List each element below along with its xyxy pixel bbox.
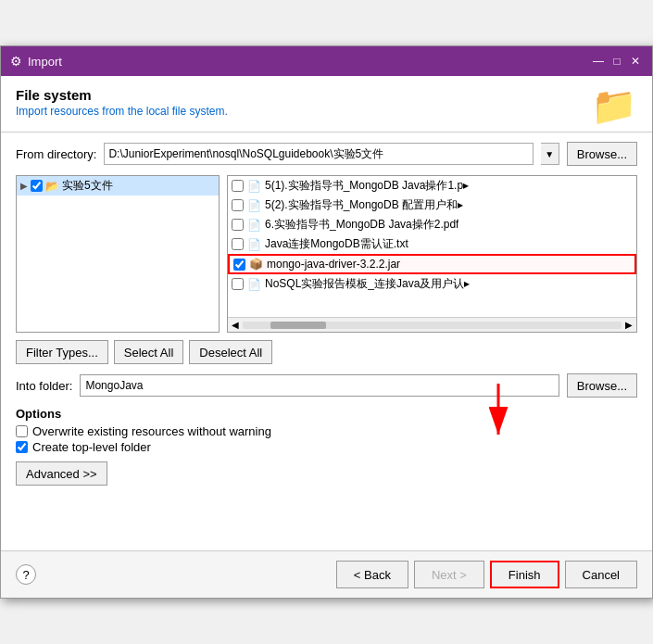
select-all-button[interactable]: Select All [114,340,183,364]
overwrite-checkbox[interactable] [16,425,28,437]
scroll-right-arrow[interactable]: ▶ [622,320,636,330]
advanced-label: Advanced >> [26,467,97,481]
file-icon-1: 📄 [247,199,261,212]
tree-item-root[interactable]: ▶ 📂 实验5文件 [17,176,219,196]
from-directory-display: D:\JuniorExperiment\nosql\NoSQLguidebook… [104,143,533,165]
file-label-0: 5(1).实验指导书_MongoDB Java操作1.p▸ [265,178,469,194]
close-button[interactable]: ✕ [628,54,643,69]
back-button[interactable]: < Back [336,561,408,588]
scroll-left-arrow[interactable]: ◀ [228,320,243,330]
file-panels: ▶ 📂 实验5文件 📄 5(1).实验指导书_MongoDB Java操作1.p… [16,175,637,333]
file-checkbox-5[interactable] [232,278,244,290]
file-label-4: mongo-java-driver-3.2.2.jar [267,258,400,271]
arrow-svg [424,374,609,448]
advanced-button[interactable]: Advanced >> [16,461,107,486]
filter-types-button[interactable]: Filter Types... [16,340,108,364]
dialog-title: Import [28,55,62,69]
folder-icon-large: 📁 [591,87,637,124]
file-item-1[interactable]: 📄 5(2).实验指导书_MongoDB 配置用户和▸ [228,196,636,215]
file-item-2[interactable]: 📄 6.实验指导书_MongoDB Java操作2.pdf [228,215,636,234]
maximize-button[interactable]: □ [609,54,624,69]
file-icon-2: 📄 [247,219,261,232]
deselect-all-button[interactable]: Deselect All [189,340,272,364]
file-icon-3: 📄 [247,238,261,251]
file-checkbox-4[interactable] [233,259,245,271]
scroll-track [243,322,622,329]
file-checkbox-3[interactable] [232,238,244,250]
footer-right: < Back Next > Finish Cancel [336,561,637,588]
file-icon-5: 📄 [247,278,261,291]
file-item-3[interactable]: 📄 Java连接MongoDB需认证.txt [228,234,636,254]
file-checkbox-1[interactable] [232,199,244,211]
header-subtitle: Import resources from the local file sys… [16,105,228,118]
dialog-body: From directory: D:\JuniorExperiment\nosq… [1,133,652,550]
import-dialog: ⚙ Import — □ ✕ File system Import resour… [0,45,653,599]
file-label-2: 6.实验指导书_MongoDB Java操作2.pdf [265,217,458,233]
file-checkbox-0[interactable] [232,180,244,192]
file-list-panel[interactable]: 📄 5(1).实验指导书_MongoDB Java操作1.p▸ 📄 5(2).实… [227,175,637,333]
next-button[interactable]: Next > [414,561,484,588]
file-label-3: Java连接MongoDB需认证.txt [265,236,408,252]
title-bar: ⚙ Import — □ ✕ [1,46,652,76]
title-bar-left: ⚙ Import [10,54,62,69]
overwrite-label: Overwrite existing resources without war… [32,424,271,438]
dialog-icon: ⚙ [10,54,22,69]
directory-dropdown-arrow[interactable]: ▼ [541,143,559,165]
from-directory-label: From directory: [16,147,96,161]
create-top-level-checkbox[interactable] [16,441,28,453]
from-directory-row: From directory: D:\JuniorExperiment\nosq… [16,142,637,166]
create-top-level-label: Create top-level folder [32,440,151,454]
scroll-thumb[interactable] [270,322,326,329]
file-item-0[interactable]: 📄 5(1).实验指导书_MongoDB Java操作1.p▸ [228,176,636,196]
arrow-area [16,495,637,541]
file-icon-0: 📄 [247,180,261,193]
header-title: File system [16,87,228,103]
dialog-header: File system Import resources from the lo… [1,76,652,133]
file-label-1: 5(2).实验指导书_MongoDB 配置用户和▸ [265,197,463,213]
tree-expand-arrow: ▶ [20,181,28,191]
folder-tree-panel[interactable]: ▶ 📂 实验5文件 [16,175,220,333]
folder-icon: 📂 [45,180,59,193]
cancel-button[interactable]: Cancel [565,561,637,588]
file-item-5[interactable]: 📄 NoSQL实验报告模板_连接Java及用户认▸ [228,274,636,294]
filter-row: Filter Types... Select All Deselect All [16,340,637,364]
file-label-5: NoSQL实验报告模板_连接Java及用户认▸ [265,276,470,292]
finish-button[interactable]: Finish [490,561,559,588]
file-checkbox-2[interactable] [232,219,244,231]
file-icon-4: 📦 [249,258,263,271]
from-directory-browse-button[interactable]: Browse... [567,142,637,166]
footer-left: ? [16,564,36,585]
title-bar-controls: — □ ✕ [591,54,643,69]
scrollbar-horizontal[interactable]: ◀ ▶ [228,317,636,332]
file-item-4[interactable]: 📦 mongo-java-driver-3.2.2.jar [228,254,636,274]
from-directory-value: D:\JuniorExperiment\nosql\NoSQLguidebook… [108,146,383,162]
tree-item-checkbox[interactable] [31,180,43,192]
tree-item-label: 实验5文件 [62,178,113,194]
help-button[interactable]: ? [16,564,36,585]
minimize-button[interactable]: — [591,54,606,69]
into-folder-label: Into folder: [16,379,72,393]
dialog-footer: ? < Back Next > Finish Cancel [1,550,652,598]
